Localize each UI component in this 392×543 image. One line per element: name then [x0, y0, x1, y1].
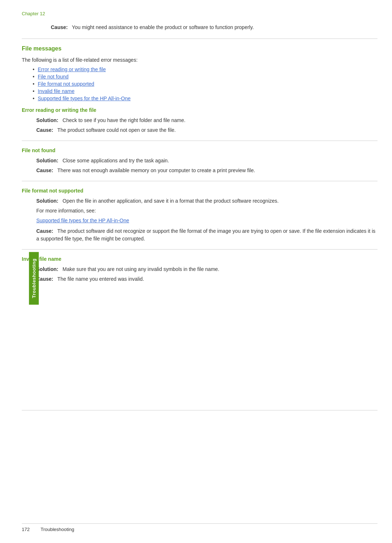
cause-label-1: Cause:	[36, 127, 53, 133]
cause-label-4: Cause:	[36, 276, 53, 282]
cause-label-2: Cause:	[36, 167, 53, 173]
link-file-format[interactable]: File format not supported	[38, 81, 94, 87]
divider-1	[22, 141, 377, 141]
invalid-file-name-cause: Cause: The file name you entered was inv…	[36, 275, 377, 283]
invalid-file-name-solution: Solution: Make sure that you are not usi…	[36, 266, 377, 273]
intro-cause-text: You might need assistance to enable the …	[72, 24, 254, 30]
list-item: Supported file types for the HP All-in-O…	[33, 96, 377, 101]
link-invalid-file-name[interactable]: Invalid file name	[38, 88, 74, 94]
file-format-body: Solution: Open the file in another appli…	[36, 197, 377, 243]
cause-text-2: There was not enough available memory on…	[57, 167, 255, 173]
file-format-section: File format not supported Solution: Open…	[22, 188, 377, 243]
for-more-link-para: Supported file types for the HP All-in-O…	[36, 217, 377, 224]
solution-text-1: Check to see if you have the right folde…	[62, 117, 185, 123]
divider-intro	[22, 39, 377, 39]
file-format-solution: Solution: Open the file in another appli…	[36, 197, 377, 205]
file-not-found-heading: File not found	[22, 147, 377, 153]
solution-label-3: Solution:	[36, 198, 58, 204]
cause-text-1: The product software could not open or s…	[57, 127, 176, 133]
intro-cause-paragraph: Cause: You might need assistance to enab…	[51, 24, 377, 31]
file-messages-section: File messages The following is a list of…	[22, 45, 377, 101]
file-messages-heading: File messages	[22, 45, 377, 52]
invalid-file-name-heading: Invalid file name	[22, 256, 377, 262]
list-item: File format not supported	[33, 81, 377, 87]
intro-block: Cause: You might need assistance to enab…	[51, 24, 377, 31]
list-item: Error reading or writing the file	[33, 66, 377, 72]
file-not-found-cause: Cause: There was not enough available me…	[36, 167, 377, 174]
file-not-found-solution: Solution: Close some applications and tr…	[36, 157, 377, 165]
link-error-reading[interactable]: Error reading or writing the file	[38, 66, 106, 72]
file-messages-intro: The following is a list of file-related …	[22, 57, 377, 63]
content-area: Chapter 12 Cause: You might need assista…	[22, 0, 377, 439]
divider-3	[22, 249, 377, 250]
link-supported-types[interactable]: Supported file types for the HP All-in-O…	[38, 96, 131, 101]
page-wrapper: Troubleshooting Chapter 12 Cause: You mi…	[0, 0, 392, 543]
cause-label-3: Cause:	[36, 228, 53, 234]
link-file-not-found[interactable]: File not found	[38, 74, 69, 80]
file-not-found-body: Solution: Close some applications and tr…	[36, 157, 377, 174]
divider-4	[22, 410, 377, 410]
footer-page-number: 172	[22, 527, 30, 532]
side-tab: Troubleshooting	[29, 252, 39, 305]
file-messages-list: Error reading or writing the file File n…	[33, 66, 377, 101]
invalid-file-name-body: Solution: Make sure that you are not usi…	[36, 266, 377, 283]
solution-text-3: Open the file in another application, an…	[62, 198, 278, 204]
footer-chapter-label: Troubleshooting	[41, 527, 74, 532]
for-more-link[interactable]: Supported file types for the HP All-in-O…	[36, 218, 129, 223]
divider-2	[22, 181, 377, 181]
file-not-found-section: File not found Solution: Close some appl…	[22, 147, 377, 174]
list-item: Invalid file name	[33, 88, 377, 94]
solution-label-4: Solution:	[36, 266, 58, 272]
list-item: File not found	[33, 74, 377, 80]
cause-text-4: The file name you entered was invalid.	[57, 276, 144, 282]
error-reading-cause: Cause: The product software could not op…	[36, 126, 377, 134]
solution-text-2: Close some applications and try the task…	[62, 158, 169, 163]
invalid-file-name-section: Invalid file name Solution: Make sure th…	[22, 256, 377, 283]
file-format-heading: File format not supported	[22, 188, 377, 194]
error-reading-solution: Solution: Check to see if you have the r…	[36, 117, 377, 124]
solution-label-1: Solution:	[36, 117, 58, 123]
error-reading-heading: Error reading or writing the file	[22, 107, 377, 113]
for-more-info: For more information, see:	[36, 207, 377, 215]
intro-cause-label: Cause:	[51, 24, 68, 30]
solution-text-4: Make sure that you are not using any inv…	[62, 266, 219, 272]
error-reading-section: Error reading or writing the file Soluti…	[22, 107, 377, 134]
footer: 172 Troubleshooting	[22, 523, 377, 532]
for-more-label: For more information, see:	[36, 208, 96, 214]
cause-text-3: The product software did not recognize o…	[36, 228, 375, 242]
solution-label-2: Solution:	[36, 158, 58, 163]
file-format-cause: Cause: The product software did not reco…	[36, 227, 377, 243]
error-reading-body: Solution: Check to see if you have the r…	[36, 117, 377, 134]
side-tab-label: Troubleshooting	[31, 259, 37, 298]
chapter-label: Chapter 12	[22, 11, 377, 16]
